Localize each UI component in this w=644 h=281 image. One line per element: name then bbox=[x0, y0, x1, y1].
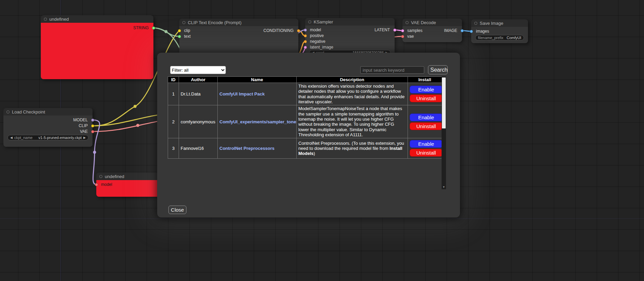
collapse-toggle-icon[interactable] bbox=[182, 21, 185, 24]
input-dot-clip[interactable] bbox=[178, 29, 181, 32]
column-header-install: Install bbox=[408, 77, 442, 83]
cell-author: comfyanonymous bbox=[179, 105, 218, 138]
cell-author: Dr.Lt.Data bbox=[179, 83, 218, 105]
input-dot-negative[interactable] bbox=[304, 40, 307, 43]
port-label-clip-out: CLIP bbox=[79, 123, 88, 128]
enable-button[interactable]: Enable bbox=[410, 86, 443, 93]
table-row: 1 Dr.Lt.Data ComfyUI Impact Pack This ex… bbox=[168, 83, 442, 105]
port-label-clip: clip bbox=[184, 28, 190, 33]
uninstall-button[interactable]: Uninstall bbox=[410, 94, 443, 102]
input-dot-vae[interactable] bbox=[401, 35, 404, 38]
output-dot-clip[interactable] bbox=[91, 124, 94, 127]
cell-name: ComfyUI_experiments/sampler_tonemap bbox=[218, 105, 297, 138]
port-label-samples: samples bbox=[407, 28, 423, 33]
collapse-toggle-icon[interactable] bbox=[406, 21, 409, 24]
enable-button[interactable]: Enable bbox=[410, 140, 443, 148]
widget-value: v1-5-pruned-emaonly.ckpt bbox=[38, 136, 82, 140]
port-label-model-out: MODEL bbox=[73, 118, 88, 122]
node-title-bar[interactable]: Save Image bbox=[471, 19, 528, 27]
filename-prefix-widget[interactable]: filename_prefix ComfyUI bbox=[475, 35, 524, 40]
extension-link[interactable]: ComfyUI Impact Pack bbox=[219, 91, 265, 96]
collapse-toggle-icon[interactable] bbox=[44, 18, 47, 21]
collapse-toggle-icon[interactable] bbox=[308, 20, 311, 23]
enable-button[interactable]: Enable bbox=[410, 113, 443, 121]
input-dot-text[interactable] bbox=[178, 35, 181, 38]
node-save-image[interactable]: Save Image images filename_prefix ComfyU… bbox=[471, 19, 528, 43]
filter-select[interactable]: Filter: all bbox=[170, 66, 226, 74]
table-scrollbar[interactable]: ▼ bbox=[442, 76, 446, 189]
node-title: KSampler bbox=[314, 19, 333, 24]
table-header-row: ID Author Name Description Install bbox=[168, 77, 442, 83]
table-row: 3 Fannovel16 ControlNet Preprocessors Co… bbox=[168, 138, 442, 159]
description-text: ModelSamplerTonemapNoiseTest a node that… bbox=[298, 106, 402, 137]
cell-id: 2 bbox=[168, 105, 179, 138]
port-label-negative: negative bbox=[310, 39, 325, 44]
input-dot-images[interactable] bbox=[470, 30, 473, 33]
port-label-vae: vae bbox=[407, 34, 414, 39]
next-option-arrow-icon[interactable]: ▶ bbox=[83, 136, 86, 139]
collapse-toggle-icon[interactable] bbox=[474, 22, 477, 25]
scrollbar-down-arrow-icon[interactable]: ▼ bbox=[442, 185, 446, 189]
table-row: 2 comfyanonymous ComfyUI_experiments/sam… bbox=[168, 105, 442, 138]
output-dot-model[interactable] bbox=[91, 119, 94, 122]
port-label-model: model bbox=[101, 182, 112, 187]
collapse-toggle-icon[interactable] bbox=[99, 175, 102, 178]
output-dot-image[interactable] bbox=[461, 29, 464, 32]
extension-link[interactable]: ComfyUI_experiments/sampler_tonemap bbox=[219, 119, 297, 124]
node-graph-canvas[interactable]: undefined STRING CLIP Text Encode (Promp… bbox=[0, 0, 644, 281]
node-title-bar[interactable]: KSampler bbox=[305, 18, 395, 25]
node-title: Load Checkpoint bbox=[12, 109, 45, 115]
uninstall-button[interactable]: Uninstall bbox=[410, 149, 443, 157]
column-header-name: Name bbox=[218, 77, 297, 83]
extension-link[interactable]: ControlNet Preprocessors bbox=[219, 146, 275, 151]
search-input[interactable] bbox=[360, 66, 424, 74]
cell-install: Enable Uninstall bbox=[408, 83, 442, 105]
input-dot-model[interactable] bbox=[95, 183, 98, 186]
output-dot-latent[interactable] bbox=[393, 29, 396, 32]
output-dot-vae[interactable] bbox=[91, 130, 94, 133]
node-body-error: model bbox=[96, 180, 160, 197]
search-button[interactable]: Search bbox=[428, 65, 448, 74]
prev-option-arrow-icon[interactable]: ◀ bbox=[10, 136, 13, 139]
cell-description: This extension offers various detector n… bbox=[297, 83, 408, 105]
ckpt-name-widget[interactable]: ◀ ckpt_name v1-5-pruned-emaonly.ckpt ▶ bbox=[7, 135, 88, 140]
node-title-bar[interactable]: undefined bbox=[41, 15, 153, 23]
close-button[interactable]: Close bbox=[168, 206, 186, 214]
collapse-toggle-icon[interactable] bbox=[6, 110, 10, 113]
input-dot-samples[interactable] bbox=[401, 29, 404, 32]
node-undefined-bottom[interactable]: undefined model bbox=[96, 173, 160, 197]
node-vae-decode[interactable]: VAE Decode samples vae IMAGE bbox=[402, 19, 462, 42]
column-header-description: Description bbox=[297, 77, 408, 83]
node-load-checkpoint[interactable]: Load Checkpoint MODEL CLIP VAE ◀ ckpt_na… bbox=[3, 108, 93, 147]
link-dot bbox=[134, 105, 137, 108]
output-dot-string[interactable] bbox=[152, 27, 155, 30]
input-dot-positive[interactable] bbox=[304, 34, 307, 37]
column-header-author: Author bbox=[179, 77, 218, 83]
uninstall-button[interactable]: Uninstall bbox=[410, 122, 443, 130]
node-title-bar[interactable]: Load Checkpoint bbox=[3, 108, 93, 116]
extension-table-container: ID Author Name Description Install 1 Dr.… bbox=[168, 76, 446, 189]
port-label-latent: LATENT bbox=[375, 28, 390, 32]
description-tail: ) bbox=[314, 151, 315, 156]
cell-id: 1 bbox=[168, 83, 179, 105]
input-dot-latent-image[interactable] bbox=[304, 46, 307, 49]
link-dot bbox=[165, 30, 168, 33]
node-title-bar[interactable]: CLIP Text Encode (Prompt) bbox=[179, 19, 298, 26]
port-label-positive: positive bbox=[310, 33, 324, 38]
output-dot-conditioning[interactable] bbox=[297, 29, 300, 32]
cell-install: Enable Uninstall bbox=[408, 138, 442, 159]
extension-table: ID Author Name Description Install 1 Dr.… bbox=[168, 76, 442, 159]
cell-install: Enable Uninstall bbox=[408, 105, 442, 138]
input-dot-model[interactable] bbox=[304, 29, 307, 32]
node-title: Save Image bbox=[480, 21, 503, 26]
widget-name: ckpt_name bbox=[14, 136, 33, 140]
node-title: CLIP Text Encode (Prompt) bbox=[188, 20, 242, 25]
port-label-latent-image: latent_image bbox=[310, 45, 333, 50]
manager-dialog: Filter: all Search ID Author Name Descri… bbox=[157, 53, 460, 217]
node-undefined-top[interactable]: undefined STRING bbox=[41, 15, 153, 79]
scrollbar-thumb[interactable] bbox=[442, 77, 446, 128]
node-title-bar[interactable]: VAE Decode bbox=[402, 19, 462, 26]
node-title-bar[interactable]: undefined bbox=[96, 173, 160, 180]
port-label-conditioning: CONDITIONING bbox=[263, 28, 294, 33]
node-body-error: STRING bbox=[41, 23, 153, 79]
